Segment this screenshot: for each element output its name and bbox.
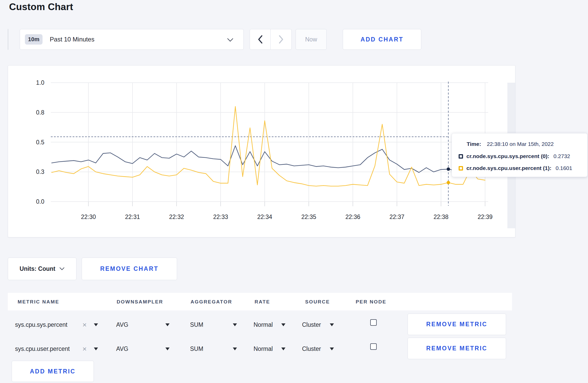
- chevron-right-icon: [278, 35, 284, 44]
- col-header-source: SOURCE: [305, 299, 330, 305]
- metric-name-value[interactable]: sys.cpu.sys.percent: [15, 321, 67, 328]
- aggregator-caret-icon[interactable]: [233, 347, 237, 350]
- tooltip-series-label: cr.node.sys.cpu.sys.percent (0):: [466, 153, 549, 159]
- svg-text:22:30: 22:30: [81, 214, 96, 220]
- next-time-button[interactable]: [271, 29, 292, 50]
- per-node-checkbox[interactable]: [370, 319, 377, 326]
- now-button[interactable]: Now: [296, 29, 327, 50]
- remove-chart-button[interactable]: REMOVE CHART: [82, 258, 177, 280]
- toolbar-divider: [8, 29, 8, 50]
- series-swatch-icon: [459, 154, 463, 159]
- chevron-down-icon: [59, 267, 65, 271]
- downsampler-select[interactable]: AVG: [116, 345, 128, 352]
- downsampler-caret-icon[interactable]: [165, 323, 170, 326]
- tooltip-series-label: cr.node.sys.cpu.user.percent (1):: [466, 165, 551, 171]
- clear-metric-icon[interactable]: ×: [82, 321, 87, 329]
- downsampler-select[interactable]: AVG: [116, 321, 128, 328]
- time-range-label: Past 10 Minutes: [50, 36, 94, 43]
- svg-text:1.0: 1.0: [36, 79, 44, 86]
- svg-text:22:31: 22:31: [125, 214, 140, 220]
- per-node-checkbox[interactable]: [370, 343, 377, 350]
- tooltip-series-value: 0.2732: [554, 153, 570, 159]
- clear-metric-icon[interactable]: ×: [82, 345, 87, 353]
- cpu-usage-chart-plot[interactable]: 0.00.30.50.81.022:3022:3122:3222:3322:34…: [8, 66, 515, 237]
- custom-chart-page: Custom Chart 10m Past 10 Minutes Now ADD…: [0, 0, 588, 383]
- downsampler-caret-icon[interactable]: [165, 347, 170, 350]
- chart-tooltip: Time: 22:38:10 on Mar 15th, 2022 cr.node…: [452, 133, 587, 177]
- add-chart-button[interactable]: ADD CHART: [343, 29, 421, 50]
- svg-text:22:33: 22:33: [213, 214, 228, 220]
- aggregator-select[interactable]: SUM: [190, 321, 203, 328]
- source-caret-icon[interactable]: [330, 323, 334, 326]
- svg-text:22:35: 22:35: [301, 214, 316, 220]
- chevron-down-icon: [227, 38, 234, 42]
- tooltip-time-label: Time:: [467, 141, 481, 147]
- tooltip-series-value: 0.1601: [556, 165, 572, 171]
- rate-caret-icon[interactable]: [281, 323, 285, 326]
- tooltip-time-value: 22:38:10 on Mar 15th, 2022: [487, 141, 554, 147]
- time-range-select[interactable]: 10m Past 10 Minutes: [20, 29, 244, 50]
- col-header-metric-name: METRIC NAME: [18, 299, 59, 305]
- add-metric-button[interactable]: ADD METRIC: [12, 361, 94, 382]
- time-range-badge: 10m: [25, 34, 43, 45]
- time-nav-group: [250, 29, 292, 50]
- units-label: Units: Count: [20, 265, 55, 272]
- rate-select[interactable]: Normal: [254, 345, 273, 352]
- tooltip-series-row: cr.node.sys.cpu.user.percent (1): 0.1601: [459, 164, 587, 172]
- svg-text:22:32: 22:32: [169, 214, 184, 220]
- chart-card: 0.00.30.50.81.022:3022:3122:3222:3322:34…: [8, 65, 515, 237]
- metric-name-caret-icon[interactable]: [94, 347, 98, 350]
- source-select[interactable]: Cluster: [302, 321, 321, 328]
- col-header-per-node: PER NODE: [356, 299, 386, 305]
- svg-text:0.3: 0.3: [36, 168, 44, 175]
- metric-name-value[interactable]: sys.cpu.user.percent: [15, 345, 70, 352]
- source-caret-icon[interactable]: [330, 347, 334, 350]
- aggregator-select[interactable]: SUM: [190, 345, 203, 352]
- svg-text:0.5: 0.5: [36, 139, 44, 146]
- svg-text:22:36: 22:36: [345, 214, 360, 220]
- svg-text:0.0: 0.0: [36, 198, 44, 205]
- rate-select[interactable]: Normal: [254, 321, 273, 328]
- remove-metric-button[interactable]: REMOVE METRIC: [408, 338, 506, 359]
- svg-text:22:37: 22:37: [389, 214, 404, 220]
- remove-metric-button[interactable]: REMOVE METRIC: [408, 314, 506, 335]
- prev-time-button[interactable]: [250, 29, 271, 50]
- rate-caret-icon[interactable]: [281, 347, 285, 350]
- series-swatch-icon: [459, 166, 463, 171]
- svg-text:22:39: 22:39: [478, 214, 493, 220]
- tooltip-series-row: cr.node.sys.cpu.sys.percent (0): 0.2732: [459, 152, 587, 160]
- metrics-table-header: METRIC NAME DOWNSAMPLER AGGREGATOR RATE …: [8, 293, 512, 310]
- tooltip-time-row: Time: 22:38:10 on Mar 15th, 2022: [467, 140, 587, 148]
- units-select[interactable]: Units: Count: [8, 258, 76, 280]
- col-header-rate: RATE: [255, 299, 270, 305]
- metric-name-caret-icon[interactable]: [94, 323, 98, 326]
- col-header-downsampler: DOWNSAMPLER: [117, 299, 163, 305]
- svg-text:0.8: 0.8: [36, 109, 44, 116]
- aggregator-caret-icon[interactable]: [233, 323, 237, 326]
- chevron-left-icon: [258, 35, 263, 44]
- svg-text:22:34: 22:34: [257, 214, 272, 220]
- source-select[interactable]: Cluster: [302, 345, 321, 352]
- page-title: Custom Chart: [9, 2, 73, 12]
- col-header-aggregator: AGGREGATOR: [191, 299, 232, 305]
- svg-text:22:38: 22:38: [433, 214, 449, 220]
